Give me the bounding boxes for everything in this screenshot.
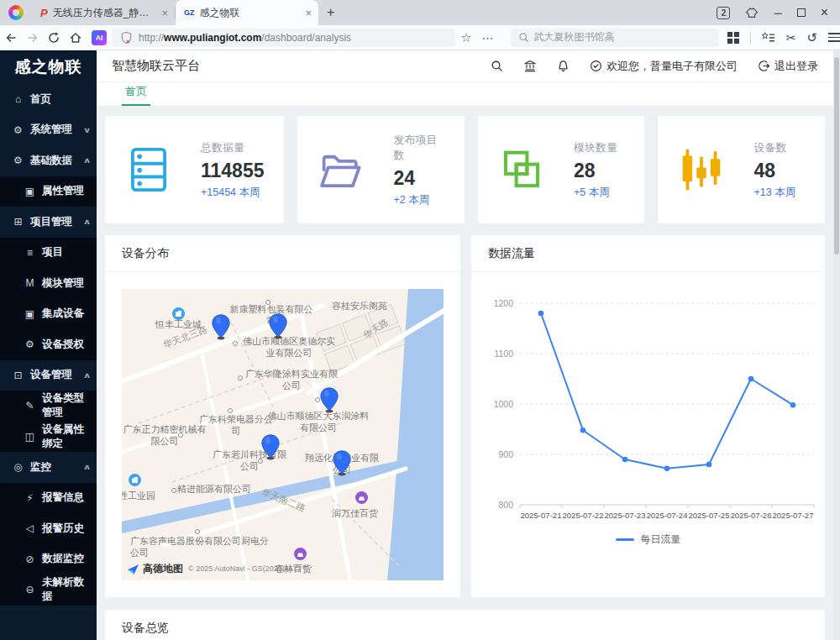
gear-icon: ⚙ <box>12 155 24 166</box>
tab2-title: 感之物联 <box>200 6 301 20</box>
sidebar-item-基础数据[interactable]: ⚙ 基础数据 ∧ <box>0 145 97 176</box>
svg-text:1100: 1100 <box>494 349 513 359</box>
svg-text:1000: 1000 <box>494 399 514 409</box>
reload-icon[interactable] <box>44 31 66 45</box>
device-map-pin[interactable] <box>269 313 287 339</box>
svg-text:2025-07-26: 2025-07-26 <box>730 511 771 520</box>
sidebar-item-设备授权[interactable]: ⚙ 设备授权 <box>0 329 97 360</box>
undo-icon[interactable]: ↺ <box>806 30 817 45</box>
sidebar-item-报警历史[interactable]: ◁ 报警历史 <box>0 513 97 544</box>
chevron-up-icon: ∧ <box>82 463 91 471</box>
map-label: 容桂安乐阁苑 <box>332 301 441 312</box>
address-bar[interactable]: ✕ http://www.puliangiot.com/dashboard/an… <box>112 29 455 47</box>
stat-delta: +5 本周 <box>574 186 617 200</box>
maximize-button[interactable] <box>797 8 806 17</box>
chart-legend[interactable]: 每日流量 <box>471 532 825 547</box>
page-tabs-bar: 首页 <box>97 81 833 106</box>
sidebar-item-项目[interactable]: ≡ 项目 <box>0 238 97 269</box>
welcome-text: 欢迎您，普量电子有限公司 <box>606 59 738 74</box>
browser-titlebar: Ρ 无线压力传感器_静力水准仪_ × GZ 感之物联 × + 2 ─ × <box>0 0 840 25</box>
ai-assistant-icon[interactable]: AI <box>92 30 107 45</box>
header-search-icon[interactable] <box>491 60 503 72</box>
dashboard-content: 总数据量114855+15454 本周发布项目数24+2 本周模块数量28+5 … <box>97 106 833 640</box>
map-poi-dot <box>228 408 233 413</box>
attribute-icon: ▣ <box>24 186 36 197</box>
browser-tab-1[interactable]: Ρ 无线压力传感器_静力水准仪_ × <box>32 0 175 25</box>
stat-card-设备数: 设备数48+13 本周 <box>658 116 825 223</box>
page-scrollbar[interactable] <box>833 50 840 640</box>
sidebar-item-设备属性绑定[interactable]: ◫ 设备属性绑定 <box>0 422 97 453</box>
search-icon <box>518 32 529 43</box>
favorites-list-icon[interactable] <box>762 31 775 44</box>
tab1-title: 无线压力传感器_静力水准仪_ <box>53 6 157 20</box>
minimize-button[interactable]: ─ <box>774 7 781 19</box>
menu-icon[interactable] <box>828 33 840 42</box>
welcome-user[interactable]: 欢迎您，普量电子有限公司 <box>590 59 738 74</box>
database-icon <box>125 146 172 193</box>
device-map-pin[interactable] <box>320 387 339 413</box>
data-traffic-panel: 数据流量 8009001000110012002025-07-212025-07… <box>471 235 825 597</box>
stat-delta: +2 本周 <box>393 193 444 207</box>
sidebar-item-集成设备[interactable]: ▣ 集成设备 <box>0 299 97 330</box>
stat-delta: +15454 本周 <box>201 186 264 200</box>
notification-bell-icon[interactable] <box>557 60 570 73</box>
sidebar-item-首页[interactable]: ⌂ 首页 <box>0 84 97 115</box>
svg-text:2025-07-21: 2025-07-21 <box>520 511 561 520</box>
search-box[interactable]: 武大夏秋图书馆高 <box>511 29 719 47</box>
sidebar-item-属性管理[interactable]: ▣ 属性管理 <box>0 176 97 207</box>
map-panel-title: 设备分布 <box>105 235 460 272</box>
home-icon[interactable] <box>65 31 87 45</box>
shield-insecure-icon: ✕ <box>120 31 133 45</box>
legend-line-swatch <box>616 538 634 541</box>
chevron-down-icon: ∨ <box>82 126 91 134</box>
sidebar-item-设备类型管理[interactable]: ✎ 设备类型管理 <box>0 391 97 422</box>
bank-icon[interactable] <box>523 60 537 72</box>
bookmark-star-icon[interactable]: ☆ <box>455 30 477 45</box>
browser-toolbar: AI ✕ http://www.puliangiot.com/dashboard… <box>0 25 840 50</box>
screenshot-scissors-icon[interactable]: ✂ <box>786 31 796 45</box>
theme-shirt-icon[interactable] <box>745 7 759 18</box>
stat-card-模块数量: 模块数量28+5 本周 <box>478 116 645 223</box>
legend-series-name: 每日流量 <box>641 532 681 547</box>
speaker-icon: ◁ <box>24 522 36 534</box>
back-icon[interactable] <box>0 31 22 45</box>
user-circle-check-icon <box>590 60 602 72</box>
forward-icon[interactable] <box>22 31 44 45</box>
sidebar-item-数据监控[interactable]: ⊘ 数据监控 <box>0 544 97 575</box>
browser-logo-icon[interactable] <box>8 5 24 20</box>
sidebar-item-监控[interactable]: ◎ 监控 ∧ <box>0 452 97 483</box>
sidebar-item-设备管理[interactable]: ⊡ 设备管理 ∧ <box>0 360 97 391</box>
alarm-icon: ⚡ <box>24 492 36 504</box>
tab2-close-icon[interactable]: × <box>305 7 312 19</box>
device-map-pin[interactable] <box>333 450 351 476</box>
map-label: 佛山市顺德区奥德尔实业有限公司 <box>239 336 339 359</box>
svg-text:✕: ✕ <box>126 39 131 45</box>
browser-tab-2[interactable]: GZ 感之物联 × <box>176 0 318 25</box>
device-map-pin[interactable] <box>261 434 280 460</box>
sidebar-item-报警信息[interactable]: ⚡ 报警信息 <box>0 483 97 514</box>
device-map[interactable]: 高德地图 © 2025 AutoNavi - GS(2023)4677号 新康塑… <box>122 289 444 580</box>
svg-text:900: 900 <box>498 449 513 459</box>
sidebar-item-系统管理[interactable]: ⚙ 系统管理 ∨ <box>0 115 97 146</box>
sidebar-item-模块管理[interactable]: M 模块管理 <box>0 268 97 299</box>
url-text: http://www.puliangiot.com/dashboard/anal… <box>139 32 351 44</box>
device-distribution-panel: 设备分布 <box>105 235 460 597</box>
more-options-icon[interactable]: ⋯ <box>477 31 499 45</box>
tab-home[interactable]: 首页 <box>122 84 150 106</box>
amap-logo-text: 高德地图 <box>143 562 183 576</box>
sidebar-item-未解析数据[interactable]: ⊖ 未解析数据 <box>0 574 97 606</box>
close-button[interactable]: × <box>821 5 828 20</box>
device-map-pin[interactable] <box>212 314 230 340</box>
tab-count-badge[interactable]: 2 <box>717 7 730 19</box>
logout-button[interactable]: 退出登录 <box>758 59 818 74</box>
map-label: 胜工业园 <box>122 490 169 502</box>
tab1-close-icon[interactable]: × <box>161 7 168 19</box>
platform-title: 智慧物联云平台 <box>112 58 200 74</box>
apps-grid-icon[interactable] <box>727 32 739 44</box>
new-tab-button[interactable]: + <box>327 5 334 20</box>
amap-attribution: 高德地图 © 2025 AutoNavi - GS(2023)4677号 <box>127 562 309 576</box>
map-poi-building-icon <box>172 307 185 320</box>
search-query-text: 武大夏秋图书馆高 <box>534 30 615 45</box>
scrollbar-thumb[interactable] <box>834 57 839 254</box>
sidebar-item-项目管理[interactable]: ⊞ 项目管理 ∧ <box>0 207 97 238</box>
